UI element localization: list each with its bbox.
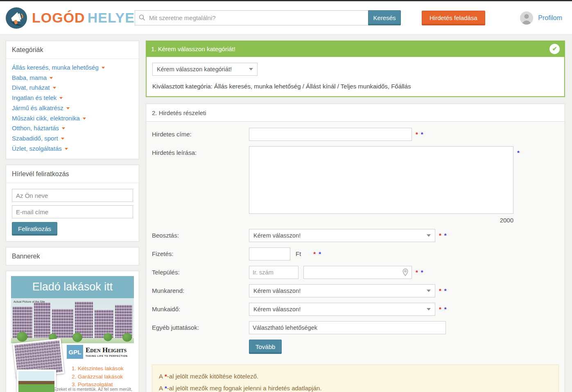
spacer <box>152 340 249 342</box>
required-star: * <box>313 250 316 257</box>
chevron-down-icon <box>59 97 63 99</box>
visible-star: * <box>444 287 447 294</box>
newsletter-form: Feliratkozás <box>6 183 139 241</box>
newsletter-name-input[interactable] <box>12 189 133 202</box>
category-link[interactable]: Ingatlan és telek <box>12 94 57 101</box>
position-select-value: Kérem válasszon! <box>253 232 301 239</box>
notice-box: A*-al jelölt mezők kitöltése kötelező. A… <box>152 365 559 392</box>
search-button[interactable]: Keresés <box>368 10 401 25</box>
step1-header: 1. Kérem válasszon kategóriát! <box>146 41 565 57</box>
newsletter-email-input[interactable] <box>12 205 133 218</box>
category-link[interactable]: Szabadidő, sport <box>12 135 58 142</box>
chevron-down-icon <box>427 290 431 292</box>
category-select-value: Kérem válasszon kategóriát! <box>157 66 232 73</box>
banner-feature: 2. Garázzsal lakások <box>72 373 124 381</box>
salary-input[interactable] <box>249 247 290 261</box>
brand-logo: GPL <box>67 345 83 359</box>
sidebar-item-szabadido[interactable]: Szabadidő, sport <box>12 134 133 144</box>
brand-text: Eden Heights TAKING LIFE TO PERFECTION <box>86 345 127 357</box>
position-label: Beosztás: <box>152 229 249 239</box>
content: Kategóriák Állás keresés, munka lehetősé… <box>0 35 572 392</box>
search-bar: Keresés <box>135 10 401 25</box>
sidebar-item-ingatlan[interactable]: Ingatlan és telek <box>12 93 133 103</box>
ad-description-textarea[interactable] <box>249 146 513 214</box>
schedule-select-value: Kérem válasszon! <box>253 288 301 294</box>
chevron-down-icon <box>66 107 70 109</box>
selected-category-line: Kiválasztott kategória:Állás keresés, mu… <box>152 83 558 90</box>
selected-category-value: Állás keresés, munka lehetőség / Állást … <box>214 83 411 90</box>
sidebar-item-otthon[interactable]: Otthon, háztartás <box>12 123 133 134</box>
chevron-down-icon <box>61 138 64 140</box>
categories-title: Kategóriák <box>6 41 139 59</box>
field-row-location: Település: ** <box>152 266 559 279</box>
page: LOGÓDHELYE Keresés Hirdetés feladása <box>0 0 572 392</box>
next-button[interactable]: Tovább <box>249 340 282 354</box>
sidebar-item-baba[interactable]: Baba, mama <box>12 73 133 83</box>
sidebar-item-uzlet[interactable]: Üzlet, szolgáltatás <box>12 144 133 154</box>
description-label: Hirdetés leírása: <box>152 146 249 156</box>
sidebar-item-allas[interactable]: Állás keresés, munka lehetőség <box>12 63 133 73</box>
field-markers: ** <box>439 284 447 294</box>
categories-panel: Kategóriák Állás keresés, munka lehetősé… <box>6 41 139 159</box>
chevron-down-icon <box>249 68 253 70</box>
field-row-salary: Fizetés: Ft ** <box>152 247 559 261</box>
category-select[interactable]: Kérem válasszon kategóriát! <box>152 63 258 76</box>
chevron-down-icon <box>427 234 431 237</box>
benefits-input[interactable] <box>249 321 446 334</box>
check-icon <box>549 44 560 54</box>
field-markers: ** <box>416 266 423 276</box>
category-link[interactable]: Divat, ruházat <box>12 84 50 91</box>
category-link[interactable]: Műszaki cikk, elektronika <box>12 115 80 122</box>
field-markers: ** <box>439 229 447 239</box>
subscribe-button[interactable]: Feliratkozás <box>12 222 57 236</box>
salary-unit: Ft <box>296 247 301 257</box>
required-star: * <box>439 287 441 294</box>
category-link[interactable]: Otthon, háztartás <box>12 125 59 131</box>
sidebar-item-divat[interactable]: Divat, ruházat <box>12 83 133 93</box>
notice-visible: A*-al jelölt mezők meg fognak jelenni a … <box>159 382 552 392</box>
profile-label: Profilom <box>538 14 562 22</box>
post-ad-button[interactable]: Hirdetés feladása <box>422 11 485 25</box>
field-markers: * <box>517 146 520 156</box>
notice-prefix: A <box>159 385 163 392</box>
required-star: * <box>439 306 441 313</box>
map-pin-icon <box>402 268 409 276</box>
banner-brand: GPL Eden Heights TAKING LIFE TO PERFECTI… <box>67 345 127 359</box>
banner-headline: Eladó lakások itt <box>11 276 134 298</box>
sidebar-item-muszaki[interactable]: Műszaki cikk, elektronika <box>12 113 133 124</box>
banner-feature-list: 1. Kétszintes lakások 2. Garázzsal lakás… <box>72 365 124 389</box>
city-input[interactable] <box>303 266 412 279</box>
field-row-schedule: Munkarend: Kérem válasszon! ** <box>152 284 559 297</box>
schedule-select[interactable]: Kérem válasszon! <box>249 284 435 297</box>
schedule-label: Munkarend: <box>152 284 249 294</box>
field-row-position: Beosztás: Kérem válasszon! ** <box>152 229 559 242</box>
banners-panel: Bannerek <box>6 247 139 265</box>
sidebar-item-jarmu[interactable]: Jármű és alkatrész <box>12 103 133 113</box>
category-link[interactable]: Baba, mama <box>12 74 47 81</box>
search-input-wrap <box>135 10 368 25</box>
search-icon <box>139 14 145 21</box>
site-logo[interactable]: LOGÓDHELYE <box>6 7 129 29</box>
banner-feature: 1. Kétszintes lakások <box>72 365 124 373</box>
chevron-down-icon <box>102 67 105 69</box>
profile-link[interactable]: Profilom <box>520 11 562 25</box>
step2-panel: 2. Hirdetés részeleti Hirdetes címe: ** … <box>146 104 565 392</box>
position-select[interactable]: Kérem válasszon! <box>249 229 435 242</box>
ad-title-input[interactable] <box>249 128 412 141</box>
visible-star: * <box>517 149 520 156</box>
city-input-wrap <box>303 266 412 279</box>
chevron-down-icon <box>83 118 86 120</box>
category-link[interactable]: Üzlet, szolgáltatás <box>12 145 62 152</box>
banner-ad[interactable]: Eladó lakások itt Actual Picture of the … <box>11 276 134 392</box>
banners-title: Bannerek <box>6 247 139 265</box>
submit-row: Tovább <box>152 340 559 354</box>
zip-input[interactable] <box>249 266 298 279</box>
category-link[interactable]: Jármű és alkatrész <box>12 104 63 111</box>
category-link[interactable]: Állás keresés, munka lehetőség <box>12 64 99 71</box>
search-input[interactable] <box>135 10 368 25</box>
worktime-select[interactable]: Kérem válasszon! <box>249 303 435 316</box>
worktime-select-value: Kérem válasszon! <box>253 306 301 313</box>
chevron-down-icon <box>50 77 53 79</box>
step2-title: 2. Hirdetés részeleti <box>146 104 565 122</box>
notice-required: A*-al jelölt mezők kitöltése kötelező. <box>159 370 552 382</box>
